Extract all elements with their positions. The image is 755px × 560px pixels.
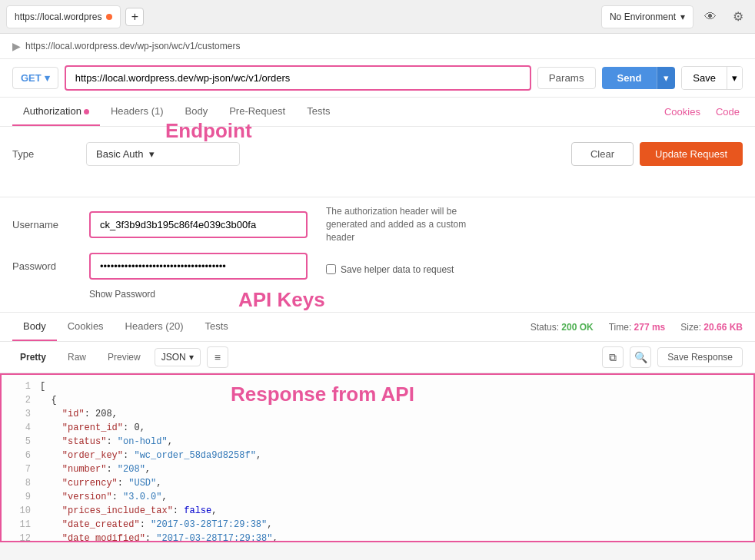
format-label: JSON [161, 352, 186, 363]
save-button-group: Save ▾ [681, 66, 743, 90]
browser-tab[interactable]: https://local.wordpres [6, 5, 121, 28]
eye-icon[interactable]: 👁 [700, 6, 721, 28]
type-label: Type [12, 148, 74, 160]
url-input[interactable] [65, 65, 531, 91]
helper-text: The authorization header will be generat… [326, 205, 495, 244]
chevron-down-icon: ▾ [45, 72, 50, 84]
breadcrumb-text: https://local.wordpress.dev/wp-json/wc/v… [25, 41, 240, 51]
response-code-block: 1[2 {3 "id": 208,4 "parent_id": 0,5 "sta… [0, 373, 755, 542]
type-dropdown[interactable]: Basic Auth ▾ [86, 142, 240, 166]
breadcrumb-arrow: ▶ [12, 40, 21, 52]
search-icon[interactable]: 🔍 [630, 346, 651, 368]
resp-tab-headers[interactable]: Headers (20) [115, 313, 195, 341]
time-label: Time: 277 ms [609, 322, 666, 333]
method-label: GET [21, 72, 42, 84]
format-preview[interactable]: Preview [100, 348, 148, 366]
username-row: Username The authorization header will b… [12, 205, 743, 244]
table-row: 12 "date_modified": "2017-03-28T17:29:38… [2, 533, 753, 542]
table-row: 4 "parent_id": 0, [2, 422, 753, 436]
table-row: 6 "order_key": "wc_order_58da9d8258f", [2, 450, 753, 464]
environment-dropdown[interactable]: No Environment ▾ [601, 5, 693, 28]
resp-status: Status: 200 OK Time: 277 ms Size: 20.66 … [530, 314, 743, 340]
username-input[interactable] [91, 213, 306, 237]
send-button-group: Send ▾ [602, 67, 676, 89]
request-tab-bar: Authorization Headers (1) Body Pre-Reque… [0, 98, 755, 127]
save-helper-checkbox[interactable] [326, 264, 336, 274]
wrap-icon[interactable]: ≡ [207, 346, 228, 368]
save-helper-label: Save helper data to request [341, 264, 454, 275]
table-row: 9 "version": "3.0.0", [2, 492, 753, 505]
code-link[interactable]: Code [713, 98, 743, 125]
resp-tab-body[interactable]: Body [12, 313, 57, 341]
size-label: Size: 20.66 KB [680, 322, 743, 333]
tab-right-actions: Cookies Code [661, 98, 743, 125]
auth-buttons: Clear Update Request [571, 142, 743, 166]
chevron-down-icon: ▾ [189, 352, 194, 363]
tab-tests[interactable]: Tests [296, 98, 341, 126]
copy-icon[interactable]: ⧉ [602, 346, 624, 368]
status-label: Status: 200 OK [530, 322, 594, 333]
response-section: Body Cookies Headers (20) Tests Status: … [0, 312, 755, 542]
clear-button[interactable]: Clear [571, 142, 634, 166]
size-value: 20.66 KB [703, 322, 743, 333]
tab-prerequest[interactable]: Pre-Request [218, 98, 296, 126]
tab-body[interactable]: Body [175, 98, 219, 126]
password-input-wrap [89, 253, 308, 280]
format-raw[interactable]: Raw [60, 348, 94, 366]
format-bar: Pretty Raw Preview JSON ▾ ≡ ⧉ 🔍 Save Res… [0, 342, 755, 373]
env-label: No Environment [610, 12, 676, 22]
credentials-section: Username The authorization header will b… [0, 197, 755, 312]
params-button[interactable]: Params [537, 67, 596, 89]
show-password-label: Show Password [89, 289, 155, 300]
save-dropdown[interactable]: ▾ [727, 67, 742, 89]
resp-actions: ⧉ 🔍 Save Response [602, 346, 743, 368]
table-row: 10 "prices_include_tax": false, [2, 505, 753, 519]
status-value: 200 OK [561, 322, 593, 333]
table-row: 11 "date_created": "2017-03-28T17:29:38"… [2, 519, 753, 533]
new-tab-button[interactable]: + [125, 8, 144, 26]
send-button[interactable]: Send [602, 67, 657, 89]
url-bar: GET ▾ Params Send ▾ Save ▾ [0, 59, 755, 98]
save-response-button[interactable]: Save Response [657, 347, 743, 367]
password-input[interactable] [91, 254, 306, 278]
resp-tab-tests[interactable]: Tests [194, 313, 238, 341]
table-row: 7 "number": "208", [2, 464, 753, 478]
save-button[interactable]: Save [682, 67, 727, 89]
type-value: Basic Auth [96, 148, 143, 160]
table-row: 5 "status": "on-hold", [2, 436, 753, 450]
resp-tab-cookies[interactable]: Cookies [57, 313, 115, 341]
table-row: 2 { [2, 395, 753, 409]
time-value: 277 ms [634, 322, 666, 333]
response-tab-bar: Body Cookies Headers (20) Tests Status: … [0, 313, 755, 342]
method-select[interactable]: GET ▾ [12, 67, 58, 89]
env-section: No Environment ▾ 👁 ⚙ [601, 5, 749, 28]
type-row: Type Basic Auth ▾ Clear Update Request [12, 142, 743, 166]
save-helper-row: Save helper data to request [326, 264, 454, 275]
table-row: 1[ [2, 381, 753, 395]
tab-url: https://local.wordpres [15, 12, 101, 22]
chevron-down-icon: ▾ [680, 12, 685, 22]
auth-section: Type Basic Auth ▾ Clear Update Request [0, 127, 755, 197]
username-label: Username [12, 219, 89, 230]
password-row: Password Save helper data to request [12, 253, 743, 280]
authorization-dot [84, 109, 89, 114]
tab-headers[interactable]: Headers (1) [100, 98, 175, 126]
format-select[interactable]: JSON ▾ [155, 348, 201, 366]
username-input-wrap [89, 211, 308, 238]
tab-dot [106, 14, 112, 20]
password-label: Password [12, 260, 89, 272]
gear-icon[interactable]: ⚙ [727, 6, 749, 28]
tab-authorization[interactable]: Authorization [12, 98, 100, 126]
chevron-down-icon: ▾ [149, 148, 155, 160]
top-bar: https://local.wordpres + No Environment … [0, 0, 755, 34]
format-pretty[interactable]: Pretty [12, 348, 54, 366]
show-password-row: Show Password [89, 289, 743, 300]
cookies-link[interactable]: Cookies [661, 98, 703, 125]
breadcrumb: ▶ https://local.wordpress.dev/wp-json/wc… [0, 34, 755, 59]
table-row: 3 "id": 208, [2, 409, 753, 422]
update-request-button[interactable]: Update Request [640, 142, 743, 166]
send-dropdown[interactable]: ▾ [657, 67, 675, 89]
table-row: 8 "currency": "USD", [2, 478, 753, 492]
